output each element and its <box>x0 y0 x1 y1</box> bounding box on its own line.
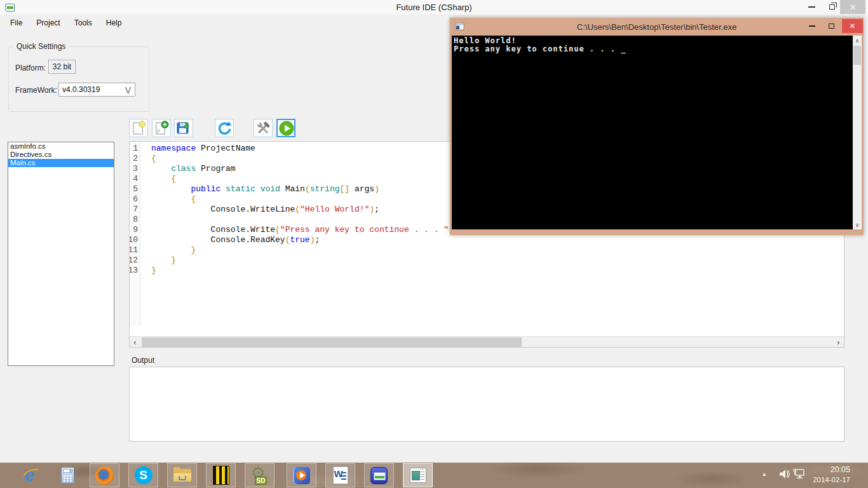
blue-window-app-icon <box>370 467 388 484</box>
framework-label: FrameWork: <box>15 86 57 95</box>
clock-time: 20:05 <box>808 464 850 475</box>
barcode-icon <box>213 466 229 485</box>
console-scrollbar[interactable]: ∧ ∨ <box>853 36 862 229</box>
console-scrollbar-thumb[interactable] <box>853 46 861 65</box>
menu-tools[interactable]: Tools <box>67 17 99 29</box>
sharpdevelop-icon: ⚙SD <box>250 466 269 485</box>
console-window-title: C:\Users\Ben\Desktop\Tester\bin\Tester.e… <box>450 22 864 32</box>
scroll-right-arrow[interactable]: › <box>833 337 844 348</box>
skype-icon: S <box>135 466 153 484</box>
console-content[interactable]: Hello World! Press any key to continue .… <box>452 36 862 229</box>
internet-explorer-icon: e <box>24 467 34 484</box>
ide-window-title: Future IDE (CSharp) <box>0 3 868 12</box>
calculator-icon: 6 <box>61 467 74 484</box>
console-close-button[interactable]: ✕ <box>842 19 863 33</box>
clock-date: 2014-02-17 <box>808 475 850 485</box>
refresh-button[interactable] <box>215 119 234 137</box>
menu-project[interactable]: Project <box>29 17 67 29</box>
run-button[interactable] <box>276 119 295 137</box>
new-file-button[interactable] <box>129 119 148 137</box>
scrollbar-thumb[interactable] <box>142 337 522 347</box>
taskbar-file-explorer[interactable] <box>167 463 197 487</box>
line-number-gutter: 12345678910111213 <box>130 142 140 326</box>
taskbar-calculator[interactable]: 6 <box>57 465 78 485</box>
console-titlebar[interactable]: C:\Users\Ben\Desktop\Tester\bin\Tester.e… <box>450 18 864 36</box>
output-box[interactable] <box>129 367 844 442</box>
console-window: C:\Users\Ben\Desktop\Tester\bin\Tester.e… <box>450 18 864 235</box>
taskbar-clock[interactable]: 20:05 2014-02-17 <box>808 464 850 485</box>
taskbar-skype[interactable]: S <box>128 463 158 487</box>
save-button[interactable] <box>174 119 193 137</box>
scroll-down-arrow[interactable]: ∨ <box>853 220 862 229</box>
firefox-icon <box>95 466 114 485</box>
console-maximize-button[interactable] <box>822 19 840 33</box>
ide-restore-button[interactable] <box>822 0 841 14</box>
framework-dropdown-value: v4.0.30319 <box>62 85 100 94</box>
file-list: asmInfo.cs Directives.cs Main.cs <box>8 142 114 366</box>
word-icon: W <box>333 466 348 484</box>
new-file-icon <box>130 119 147 137</box>
save-icon <box>175 119 193 137</box>
file-item-directives[interactable]: Directives.cs <box>8 151 114 159</box>
volume-icon[interactable] <box>779 469 790 482</box>
file-item-main-selected[interactable]: Main.cs <box>8 159 114 167</box>
hidden-icons-arrow[interactable]: ▴ <box>763 470 766 477</box>
build-settings-button[interactable] <box>254 119 273 137</box>
taskbar-media-player[interactable] <box>287 463 316 487</box>
console-minimize-button[interactable] <box>803 19 821 33</box>
network-icon[interactable] <box>793 468 806 482</box>
ide-minimize-button[interactable] <box>802 0 821 14</box>
output-label: Output <box>132 356 154 365</box>
taskbar-form-designer-app-active[interactable] <box>403 463 433 487</box>
run-icon <box>278 119 294 137</box>
taskbar-internet-explorer[interactable]: e <box>19 465 39 485</box>
framework-dropdown[interactable]: v4.0.30319 ⋁ <box>58 83 135 97</box>
quick-settings-label: Quick Settings <box>14 42 68 51</box>
ide-close-button[interactable]: ✕ <box>840 0 865 14</box>
taskbar-sharpdevelop[interactable]: ⚙SD <box>245 463 275 487</box>
file-item-asminfo[interactable]: asmInfo.cs <box>8 142 114 151</box>
chevron-down-icon: ⋁ <box>125 86 131 94</box>
scroll-up-arrow[interactable]: ∧ <box>853 36 862 45</box>
tools-icon <box>254 119 272 137</box>
add-file-icon <box>153 119 170 137</box>
console-cursor: _ <box>621 45 626 53</box>
taskbar: e 6 S ⚙SD W ▴ 20:05 2014-02-17 <box>0 463 868 488</box>
taskbar-barcode-app[interactable] <box>206 463 236 487</box>
ide-titlebar[interactable]: Future IDE (CSharp) ✕ <box>0 0 868 15</box>
form-designer-icon <box>410 468 426 483</box>
taskbar-word[interactable]: W <box>325 463 355 487</box>
taskbar-blue-window-app[interactable] <box>364 463 394 487</box>
folder-icon <box>173 469 191 482</box>
platform-button[interactable]: 32 bit <box>48 60 76 74</box>
add-file-button[interactable] <box>152 119 171 137</box>
taskbar-firefox[interactable] <box>90 463 119 487</box>
scroll-left-arrow[interactable]: ‹ <box>130 337 140 348</box>
horizontal-scrollbar[interactable]: ‹ › <box>130 336 844 347</box>
quick-settings-group: Quick Settings Platform: 32 bit FrameWor… <box>8 46 149 112</box>
menu-help[interactable]: Help <box>99 17 129 29</box>
platform-label: Platform: <box>15 64 46 72</box>
console-line-2: Press any key to continue . . . _ <box>452 45 626 53</box>
menu-file[interactable]: File <box>3 17 29 29</box>
media-player-icon <box>293 467 310 484</box>
refresh-icon <box>215 119 233 137</box>
